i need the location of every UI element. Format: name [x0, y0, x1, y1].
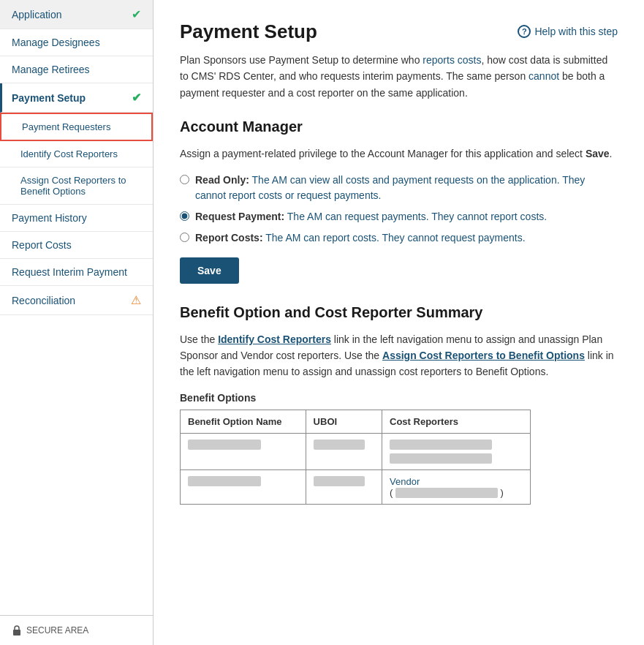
table-cell-uboi — [306, 433, 382, 469]
radio-read-only-label[interactable]: Read Only: The AM can view all costs and… — [195, 173, 618, 203]
benefit-summary-title: Benefit Option and Cost Reporter Summary — [180, 304, 618, 324]
gray-block — [188, 476, 261, 486]
vendor-paren-open: ( — [390, 487, 395, 498]
help-icon: ? — [518, 25, 531, 38]
radio-request-payment-label[interactable]: Request Payment: The AM can request paym… — [195, 209, 547, 225]
sidebar-item-label: Application — [12, 9, 62, 20]
sidebar-item-label: Payment Setup — [12, 92, 86, 104]
sidebar-item-label: Manage Designees — [12, 37, 100, 48]
account-manager-desc: Assign a payment-related privilege to th… — [180, 146, 618, 162]
gray-block — [188, 440, 261, 450]
main-header: Payment Setup ? Help with this step — [180, 20, 618, 43]
sidebar-item-label: Payment Requesters — [22, 121, 110, 132]
radio-report-costs[interactable] — [180, 233, 189, 242]
sidebar-item-label: Request Interim Payment — [12, 266, 127, 278]
sidebar-item-label: Report Costs — [12, 239, 72, 251]
table-cell-cost-reporters — [382, 433, 531, 469]
gray-block — [314, 476, 365, 486]
radio-report-costs-label[interactable]: Report Costs: The AM can report costs. T… — [195, 230, 526, 246]
warn-icon: ⚠ — [131, 293, 141, 307]
col-header-cost-reporters: Cost Reporters — [382, 410, 531, 433]
sidebar-item-report-costs[interactable]: Report Costs — [0, 232, 153, 259]
main-content: Payment Setup ? Help with this step Plan… — [154, 0, 644, 645]
benefit-table: Benefit Option Name UBOI Cost Reporters — [180, 410, 531, 505]
sidebar-item-label: Manage Retirees — [12, 64, 90, 75]
page-title: Payment Setup — [180, 20, 317, 43]
benefit-summary-text: Use the Identify Cost Reporters link in … — [180, 331, 618, 380]
gray-block — [390, 453, 492, 464]
sidebar-item-payment-history[interactable]: Payment History — [0, 205, 153, 232]
sidebar-item-application[interactable]: Application ✔ — [0, 0, 153, 29]
sidebar-item-payment-setup[interactable]: Payment Setup ✔ — [0, 83, 153, 113]
svg-rect-0 — [13, 630, 20, 635]
help-link[interactable]: ? Help with this step — [518, 25, 618, 38]
radio-group: Read Only: The AM can view all costs and… — [180, 173, 618, 246]
help-link-text: Help with this step — [534, 26, 618, 37]
gray-block — [390, 440, 492, 450]
intro-text: Plan Sponsors use Payment Setup to deter… — [180, 52, 618, 101]
sidebar-item-label: Assign Cost Reporters to Benefit Options — [20, 175, 141, 197]
secure-area-label: SECURE AREA — [26, 625, 88, 635]
radio-item-report-costs: Report Costs: The AM can report costs. T… — [180, 230, 618, 246]
gray-block — [395, 488, 498, 498]
radio-item-request-payment: Request Payment: The AM can request paym… — [180, 209, 618, 225]
col-header-uboi: UBOI — [306, 410, 382, 433]
assign-cost-reporters-link[interactable]: Assign Cost Reporters to Benefit Options — [382, 350, 585, 361]
check-icon: ✔ — [132, 91, 141, 105]
table-row: Vendor ( ) — [181, 469, 531, 505]
sidebar-item-request-interim-payment[interactable]: Request Interim Payment — [0, 259, 153, 286]
table-row — [181, 433, 531, 469]
table-cell-benefit-option — [181, 433, 306, 469]
sidebar-item-assign-cost-reporters[interactable]: Assign Cost Reporters to Benefit Options — [0, 167, 153, 205]
lock-icon — [12, 625, 22, 636]
radio-read-only[interactable] — [180, 175, 189, 184]
account-manager-title: Account Manager — [180, 118, 618, 138]
vendor-paren-close: ) — [498, 487, 504, 498]
table-cell-benefit-option — [181, 469, 306, 505]
sidebar-item-reconciliation[interactable]: Reconciliation ⚠ — [0, 286, 153, 315]
vendor-label: Vendor — [390, 476, 420, 487]
sidebar-item-manage-designees[interactable]: Manage Designees — [0, 29, 153, 56]
identify-cost-reporters-link[interactable]: Identify Cost Reporters — [218, 333, 331, 345]
table-cell-cost-reporters-vendor: Vendor ( ) — [382, 469, 531, 505]
save-button[interactable]: Save — [180, 257, 239, 284]
sidebar-footer: SECURE AREA — [0, 615, 153, 645]
col-header-benefit-option-name: Benefit Option Name — [181, 410, 306, 433]
benefit-options-label: Benefit Options — [180, 392, 618, 404]
sidebar-item-identify-cost-reporters[interactable]: Identify Cost Reporters — [0, 141, 153, 167]
table-cell-uboi — [306, 469, 382, 505]
sidebar-item-label: Identify Cost Reporters — [20, 148, 118, 159]
gray-block — [314, 440, 365, 450]
radio-request-payment[interactable] — [180, 211, 189, 221]
sidebar-item-manage-retirees[interactable]: Manage Retirees — [0, 56, 153, 83]
sidebar-item-payment-requesters[interactable]: Payment Requesters — [0, 113, 153, 141]
check-icon: ✔ — [132, 7, 141, 21]
radio-item-read-only: Read Only: The AM can view all costs and… — [180, 173, 618, 203]
sidebar: Application ✔ Manage Designees Manage Re… — [0, 0, 154, 645]
sidebar-item-label: Reconciliation — [12, 295, 75, 306]
sidebar-item-label: Payment History — [12, 212, 87, 224]
